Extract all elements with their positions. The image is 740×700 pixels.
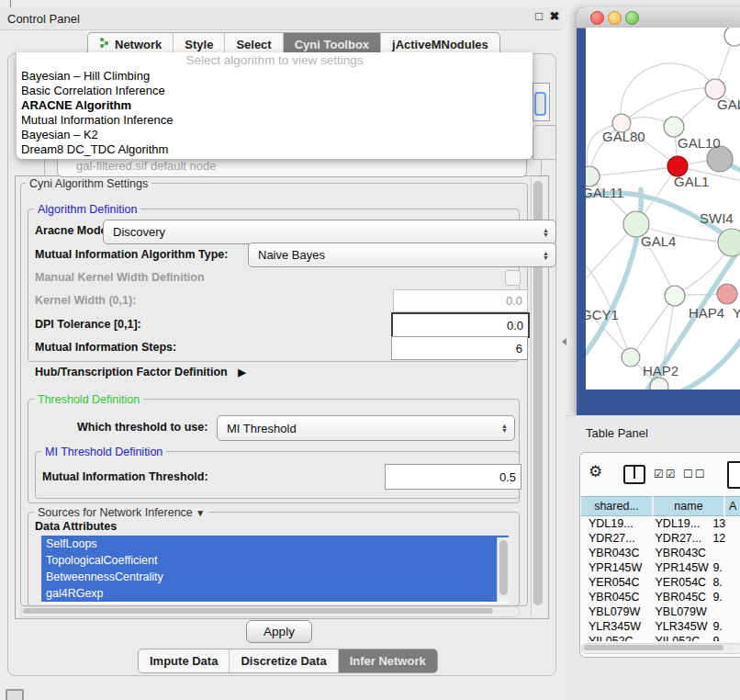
kernel-width-field[interactable]: 0.0	[393, 289, 528, 312]
deselect-all-checkboxes-icon[interactable]: ☐☐	[683, 468, 707, 480]
hidden-combobox-focused-button	[534, 92, 546, 116]
which-threshold-value: MI Threshold	[227, 422, 297, 435]
select-all-checkboxes-icon[interactable]: ☑☑	[654, 468, 678, 480]
table-cell: YBR045C	[646, 591, 711, 604]
minimize-traffic-light-icon[interactable]	[608, 11, 622, 25]
table-body[interactable]: YDL19...YDL19...13YDR27...YDR27...12YBR0…	[581, 516, 740, 641]
network-node-label: Y	[733, 305, 740, 321]
close-window-icon[interactable]: ✖	[548, 9, 561, 23]
column-header-name[interactable]: name	[654, 496, 725, 516]
data-attribute-item[interactable]: gal4RGexp	[41, 585, 509, 602]
aracne-mode-label: Aracne Mode:	[35, 224, 111, 237]
sources-toggle[interactable]: Sources for Network Inference ▼	[34, 506, 208, 519]
restore-window-icon[interactable]: □	[533, 9, 545, 23]
network-node-hap4[interactable]	[665, 286, 685, 306]
table-row[interactable]: YIL052CYIL052C9.	[581, 634, 740, 641]
data-attributes-list[interactable]: SelfLoopsTopologicalCoefficientBetweenne…	[41, 536, 509, 604]
tab-select-label: Select	[236, 38, 271, 51]
combo-stepper-icon: ▲▼	[501, 423, 508, 433]
dropdown-item[interactable]: Bayesian – Hill Climbing	[17, 69, 533, 84]
network-node-label: HAP2	[643, 363, 678, 378]
table-cell: YBR043C	[581, 547, 646, 559]
gear-icon[interactable]: ⚙	[589, 462, 602, 481]
data-attributes-label: Data Attributes	[35, 520, 117, 533]
hub-definition-toggle[interactable]: Hub/Transcription Factor Definition ▶	[35, 366, 246, 378]
network-tab-icon	[99, 37, 109, 51]
network-canvas[interactable]: GALGAL80GAL10GAL1GAL11SWI4GAL4GCY1HAP4YH…	[586, 28, 740, 390]
settings-horizontal-scrollbar[interactable]	[20, 606, 520, 617]
network-node-label: GAL80	[602, 129, 645, 144]
mi-algorithm-type-combobox[interactable]: Naive Bayes ▲▼	[248, 243, 556, 267]
mi-steps-field[interactable]: 6	[391, 336, 528, 360]
table-cell: YDL19...	[581, 517, 646, 530]
table-cell: YBR045C	[581, 591, 646, 604]
data-attribute-item[interactable]: SelfLoops	[41, 536, 509, 552]
table-row[interactable]: YLR345WYLR345W9.	[581, 619, 740, 634]
tab-impute-data[interactable]: Impute Data	[139, 649, 229, 672]
mi-threshold-value: 0.5	[499, 470, 516, 484]
data-attribute-item[interactable]: BetweennessCentrality	[41, 569, 509, 585]
dropdown-item[interactable]: ARACNE Algorithm	[17, 98, 533, 113]
mi-algorithm-type-value: Naive Bayes	[258, 248, 325, 262]
combo-stepper-icon: ▲▼	[543, 251, 549, 260]
attributes-vertical-scrollbar-thumb[interactable]	[499, 540, 508, 595]
table-row[interactable]: YBR043CYBR043C	[581, 546, 740, 560]
data-attribute-item[interactable]: TopologicalCoefficient	[41, 552, 509, 569]
dropdown-item[interactable]: Dream8 DC_TDC Algorithm	[17, 142, 533, 157]
mi-threshold-definition-title: MI Threshold Definition	[41, 446, 166, 458]
table-row[interactable]: YDR27...YDR27...12	[581, 531, 740, 546]
split-pane-handle[interactable]	[562, 338, 566, 345]
table-cell: 9.	[710, 635, 740, 641]
network-node-label: GAL11	[586, 185, 624, 200]
columns-icon[interactable]	[623, 465, 645, 484]
tab-infer-network-label: Infer Network	[350, 654, 426, 668]
aracne-mode-combobox[interactable]: Discovery ▲▼	[103, 220, 556, 244]
network-node-label: GAL1	[674, 174, 709, 189]
table-horizontal-scrollbar[interactable]	[581, 643, 740, 654]
network-node-label: GAL	[717, 96, 740, 112]
network-node-y[interactable]	[717, 284, 737, 304]
table-panel-title: Table Panel	[586, 426, 648, 440]
tab-discretize-data[interactable]: Discretize Data	[229, 649, 337, 672]
new-table-icon[interactable]	[727, 461, 740, 489]
control-panel-titlebar: Control Panel □ ✖	[0, 7, 562, 30]
network-node-gal10[interactable]	[664, 117, 684, 137]
table-cell: YBL079W	[646, 605, 711, 618]
network-node[interactable]	[724, 28, 740, 46]
tab-infer-network[interactable]: Infer Network	[338, 649, 437, 672]
apply-button[interactable]: Apply	[246, 620, 312, 643]
column-header-shared-name[interactable]: shared...	[581, 496, 654, 516]
network-node-swi4[interactable]	[718, 229, 740, 256]
tab-network-label: Network	[115, 38, 162, 51]
floating-panel-icon[interactable]	[6, 689, 24, 700]
combo-stepper-icon: ▲▼	[543, 228, 549, 237]
dropdown-item[interactable]: Mutual Information Inference	[17, 113, 533, 128]
table-horizontal-scrollbar-thumb[interactable]	[584, 645, 723, 650]
table-row[interactable]: YBL079WYBL079W	[581, 604, 740, 619]
table-row[interactable]: YDL19...YDL19...13	[581, 516, 740, 531]
algorithm-dropdown: Select algorithm to view settings Bayesi…	[17, 52, 533, 159]
close-traffic-light-icon[interactable]	[590, 11, 604, 25]
dpi-tolerance-field[interactable]: 0.0	[391, 312, 530, 338]
app-root: Control Panel □ ✖ Network Style Select	[0, 0, 740, 700]
network-node-label: GAL10	[678, 135, 721, 151]
dropdown-item[interactable]: Bayesian – K2	[17, 128, 533, 142]
tab-style-label: Style	[185, 38, 213, 51]
which-threshold-combobox[interactable]: MI Threshold ▲▼	[217, 415, 515, 441]
network-node-hap2[interactable]	[622, 348, 640, 367]
table-cell: YDR27...	[581, 532, 646, 545]
table-row[interactable]: YBR045CYBR045C9.	[581, 590, 740, 604]
network-view-window: GALGAL80GAL10GAL1GAL11SWI4GAL4GCY1HAP4YH…	[577, 7, 740, 415]
column-header-partial[interactable]: A	[725, 496, 740, 516]
attributes-vertical-scrollbar[interactable]	[497, 537, 509, 602]
table-row[interactable]: YPR145WYPR145W9.	[581, 560, 740, 575]
dropdown-item[interactable]: Basic Correlation Inference	[17, 84, 533, 98]
network-node-gal11[interactable]	[586, 166, 600, 186]
tab-jactivemnodules-label: jActiveMNodules	[392, 38, 488, 51]
manual-kernel-width-checkbox[interactable]	[505, 270, 521, 286]
zoom-traffic-light-icon[interactable]	[625, 11, 639, 25]
hub-definition-label: Hub/Transcription Factor Definition	[35, 366, 228, 378]
mi-threshold-field[interactable]: 0.5	[385, 464, 521, 490]
settings-horizontal-scrollbar-thumb[interactable]	[23, 608, 493, 614]
table-row[interactable]: YER054CYER054C8.	[581, 575, 740, 590]
